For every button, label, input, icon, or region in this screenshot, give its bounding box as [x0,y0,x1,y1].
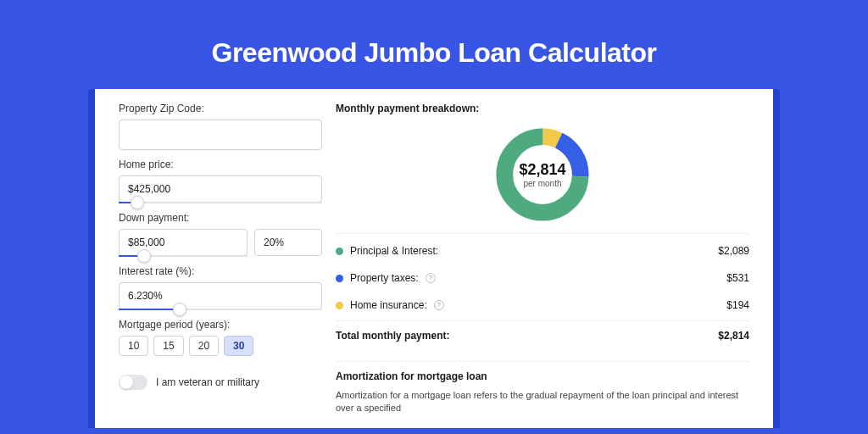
donut-center: $2,814 per month [492,125,593,225]
total-value: $2,814 [718,330,749,342]
breakdown-title: Monthly payment breakdown: [336,103,749,114]
period-button-15[interactable]: 15 [153,336,183,356]
amortization-section: Amortization for mortgage loan Amortizat… [336,361,749,415]
legend-row-insurance: Home insurance: ? $194 [336,292,749,319]
legend-row-taxes: Property taxes: ? $531 [336,264,749,292]
legend-value: $531 [726,272,749,284]
mortgage-period-group: 10 15 20 30 [119,336,322,356]
calculator-panel: Property Zip Code: Home price: Down paym… [95,89,773,428]
slider-fill [119,309,180,310]
amortization-text: Amortization for a mortgage loan refers … [336,389,749,415]
veteran-toggle[interactable] [119,375,147,390]
amortization-title: Amortization for mortgage loan [336,370,749,382]
dot-icon [336,248,343,255]
down-payment-percent-input[interactable] [254,229,322,256]
slider-thumb[interactable] [131,196,144,209]
legend-label: Home insurance: [350,299,427,311]
form-column: Property Zip Code: Home price: Down paym… [119,101,322,428]
panel-shadow: Property Zip Code: Home price: Down paym… [88,89,780,428]
donut-wrap: $2,814 per month [336,120,749,231]
legend-row-total: Total monthly payment: $2,814 [336,320,749,349]
veteran-label: I am veteran or military [156,376,259,388]
donut-sub: per month [523,179,561,188]
interest-rate-input[interactable] [119,282,322,309]
donut-chart: $2,814 per month [492,125,593,225]
info-icon[interactable]: ? [434,300,444,310]
legend-row-principal: Principal & Interest: $2,089 [336,237,749,264]
legend-label: Property taxes: [350,272,419,284]
toggle-knob [120,376,133,389]
zip-label: Property Zip Code: [119,103,322,114]
slider-thumb[interactable] [173,303,186,316]
down-payment-label: Down payment: [119,212,322,224]
info-icon[interactable]: ? [426,273,436,283]
slider-thumb[interactable] [137,249,151,263]
home-price-label: Home price: [119,159,322,170]
interest-rate-slider[interactable] [119,309,322,310]
breakdown-column: Monthly payment breakdown: [336,101,749,428]
down-payment-slider[interactable] [119,255,248,257]
donut-amount: $2,814 [519,161,565,179]
home-price-input[interactable] [119,175,322,203]
dot-icon [336,302,343,309]
period-button-30[interactable]: 30 [224,336,253,356]
page-title: Greenwood Jumbo Loan Calculator [212,37,657,69]
home-price-slider[interactable] [119,202,322,203]
total-label: Total monthly payment: [336,330,449,342]
divider [336,233,749,234]
period-button-10[interactable]: 10 [119,336,148,356]
zip-input[interactable] [119,120,322,150]
interest-rate-label: Interest rate (%): [119,265,322,277]
veteran-row: I am veteran or military [119,375,322,390]
legend-value: $2,089 [718,245,749,257]
mortgage-period-label: Mortgage period (years): [119,319,322,331]
period-button-20[interactable]: 20 [189,336,219,356]
dot-icon [336,275,343,282]
legend-label: Principal & Interest: [350,245,438,257]
legend-value: $194 [726,299,749,311]
